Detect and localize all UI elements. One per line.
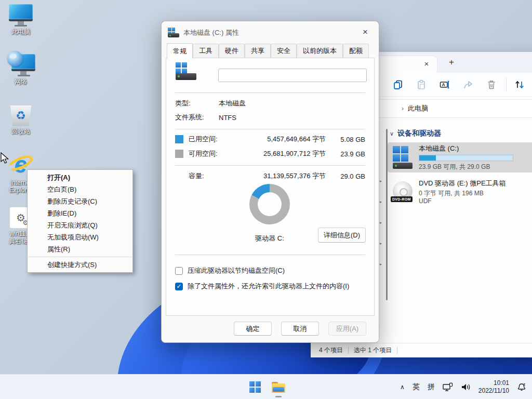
tab-close-icon[interactable]: × <box>421 59 432 69</box>
status-divider <box>397 347 397 354</box>
menu-item-delete-ie[interactable]: 删除IE(D) <box>28 207 132 219</box>
drive-item-dvd[interactable]: DVD-ROM DVD 驱动器 (E:) 微PE工具箱 0 字节 可用, 共 1… <box>388 176 532 208</box>
group-header-label: 设备和驱动器 <box>397 129 441 138</box>
free-space-swatch <box>175 150 183 158</box>
tab-previous-versions[interactable]: 以前的版本 <box>297 44 343 58</box>
tab-tools[interactable]: 工具 <box>193 44 219 58</box>
taskbar-clock[interactable]: 10:01 2022/11/10 <box>478 379 509 395</box>
used-space-swatch <box>175 135 183 143</box>
divider <box>175 129 365 129</box>
this-pc-icon <box>9 4 33 26</box>
drive-caption: 23.9 GB 可用, 共 29.0 GB <box>419 163 532 171</box>
cancel-button[interactable]: 取消 <box>281 322 319 336</box>
paste-icon[interactable] <box>416 79 427 90</box>
drive-label: 驱动器 C: <box>233 234 306 243</box>
menu-item-properties[interactable]: 属性(R) <box>28 243 132 255</box>
copy-icon[interactable] <box>393 79 403 90</box>
dvd-rom-badge: DVD-ROM <box>391 196 413 202</box>
usage-donut <box>249 184 290 224</box>
divider <box>175 165 365 166</box>
menu-item-blank-page[interactable]: 空白页(B) <box>28 183 132 195</box>
system-tray: ∧ 英 拼 10:01 2022/11/10 z <box>400 375 527 399</box>
chevron-down-icon[interactable]: ∨ <box>390 130 394 137</box>
menu-item-no-addons[interactable]: 无加载项启动(W) <box>28 231 132 243</box>
running-app-indicator <box>275 396 282 397</box>
checkbox-label: 除了文件属性外，还允许索引此驱动器上文件的内容(I) <box>188 282 349 291</box>
ime-language-indicator[interactable]: 英 <box>413 382 420 392</box>
compress-checkbox-row[interactable]: 压缩此驱动器以节约磁盘空间(C) <box>175 266 285 275</box>
volume-label-input[interactable] <box>218 69 367 82</box>
svg-text:A: A <box>442 82 445 87</box>
toolbar-divider <box>506 78 507 91</box>
drive-filesystem: UDF <box>419 197 532 205</box>
ok-button[interactable]: 确定 <box>234 322 272 336</box>
local-disk-icon <box>176 62 197 80</box>
used-space-size: 5.08 GB <box>326 136 365 143</box>
new-tab-button[interactable]: + <box>446 57 457 68</box>
details-button[interactable]: 详细信息(D) <box>318 228 366 243</box>
close-icon[interactable]: × <box>358 26 373 39</box>
taskbar: ∧ 英 拼 10:01 2022/11/10 z <box>0 374 532 399</box>
desktop-icon-this-pc[interactable]: 此电脑 <box>1 4 41 35</box>
desktop-icon-label: 回收站 <box>11 128 30 135</box>
menu-item-inprivate[interactable]: 开启无痕浏览(Q) <box>28 219 132 231</box>
drive-item-c[interactable]: 本地磁盘 (C:) 23.9 GB 可用, 共 29.0 GB <box>388 142 532 172</box>
sort-icon[interactable] <box>514 79 525 90</box>
delete-icon[interactable] <box>486 79 497 90</box>
notification-bell-icon[interactable]: z <box>517 382 527 392</box>
drive-name: 本地磁盘 (C:) <box>419 144 532 153</box>
ie-context-menu: 打开(A) 空白页(B) 删除历史记录(C) 删除IE(D) 开启无痕浏览(Q)… <box>27 169 133 273</box>
tab-sharing[interactable]: 共享 <box>245 44 271 58</box>
divider <box>175 92 365 93</box>
menu-item-open[interactable]: 打开(A) <box>28 171 132 183</box>
windows-logo-icon <box>249 381 261 393</box>
tab-security[interactable]: 安全 <box>271 44 297 58</box>
tree-chevron-icon: ▸ <box>380 220 382 225</box>
type-value: 本地磁盘 <box>219 99 246 108</box>
network-icon[interactable] <box>443 382 453 392</box>
breadcrumb-location[interactable]: 此电脑 <box>408 104 428 113</box>
menu-separator <box>28 257 132 257</box>
checkbox-box[interactable] <box>175 267 183 275</box>
tree-chevron-icon: ▸ <box>380 262 382 267</box>
ime-mode-indicator[interactable]: 拼 <box>428 382 435 392</box>
tab-hardware[interactable]: 硬件 <box>219 44 245 58</box>
volume-icon[interactable] <box>461 382 471 392</box>
start-button[interactable] <box>248 380 262 394</box>
mouse-cursor <box>0 152 10 165</box>
desktop-icon-recycle-bin[interactable]: ♻ 回收站 <box>1 105 41 135</box>
tree-chevron-icon: ▸ <box>380 241 382 246</box>
menu-item-delete-history[interactable]: 删除历史记录(C) <box>28 195 132 207</box>
file-explorer-button[interactable] <box>271 380 286 394</box>
tab-general[interactable]: 常规 <box>167 43 193 59</box>
used-space-bytes: 5,457,649,664 字节 <box>238 135 326 144</box>
local-disk-icon <box>393 146 414 169</box>
usage-donut-hole <box>258 192 282 216</box>
capacity-bytes: 31,139,557,376 字节 <box>238 171 326 181</box>
capacity-label: 容量: <box>189 171 238 181</box>
tab-quota[interactable]: 配额 <box>343 44 369 58</box>
clock-time: 10:01 <box>478 379 509 387</box>
dialog-title: 本地磁盘 (C:) 属性 <box>183 28 358 37</box>
group-header-devices-and-drives[interactable]: ∨ 设备和驱动器 <box>390 129 441 138</box>
capacity-size: 29.0 GB <box>326 172 365 180</box>
network-icon <box>6 54 35 76</box>
apply-button[interactable]: 应用(A) <box>328 322 366 336</box>
rename-icon[interactable]: A <box>440 79 450 90</box>
disk-properties-dialog: 本地磁盘 (C:) 属性 × 常规 工具 硬件 共享 安全 以前的版本 配额 类… <box>161 21 379 343</box>
desktop-icon-network[interactable]: 网络 <box>1 54 41 85</box>
drive-usage-bar <box>419 155 513 161</box>
clock-date: 2022/11/10 <box>478 387 509 395</box>
desktop-icon-label: 此电脑 <box>11 28 30 35</box>
dialog-title-bar[interactable]: 本地磁盘 (C:) 属性 × <box>162 21 379 44</box>
checkbox-box[interactable] <box>175 283 183 290</box>
selected-count: 选中 1 个项目 <box>354 346 392 355</box>
menu-item-create-shortcut[interactable]: 创建快捷方式(S) <box>28 259 132 271</box>
checkbox-label: 压缩此驱动器以节约磁盘空间(C) <box>188 266 285 275</box>
recycle-symbol-icon: ♻ <box>16 110 26 122</box>
status-bar: 4 个项目 选中 1 个项目 <box>311 343 532 357</box>
index-checkbox-row[interactable]: 除了文件属性外，还允许索引此驱动器上文件的内容(I) <box>175 282 349 291</box>
dialog-tab-strip: 常规 工具 硬件 共享 安全 以前的版本 配额 <box>162 44 379 58</box>
share-icon[interactable] <box>463 79 473 90</box>
hidden-icons-chevron-icon[interactable]: ∧ <box>400 383 405 391</box>
